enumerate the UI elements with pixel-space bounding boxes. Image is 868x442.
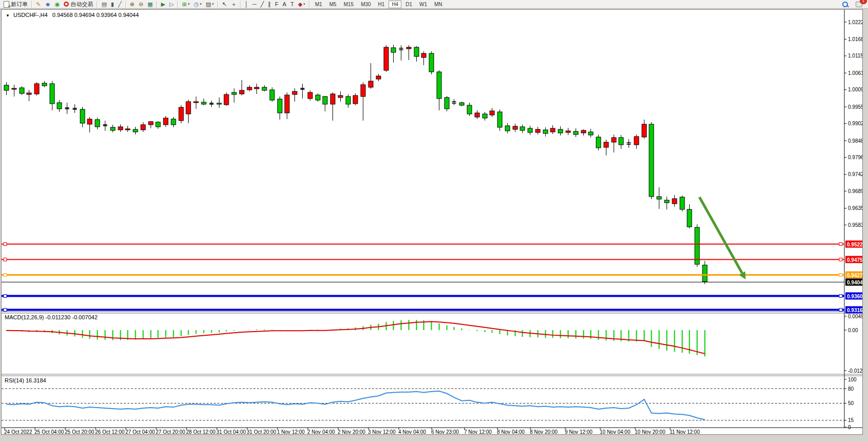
marker-pen-button[interactable]: ✎ <box>34 1 42 8</box>
indicators-dropdown-caret[interactable]: ▾ <box>188 2 190 6</box>
bar-chart-mode-button[interactable]: ▤ <box>100 1 108 8</box>
auto-scroll-button[interactable]: ▶ <box>159 1 167 8</box>
line-chart-mode-icon: ╱ <box>118 1 122 8</box>
timeframe-mn-button[interactable]: MN <box>431 1 446 8</box>
candle-body <box>262 87 267 90</box>
line-handle[interactable] <box>839 258 842 261</box>
bar-chart-mode-icon: ▤ <box>101 1 106 8</box>
candle-body <box>80 109 85 123</box>
time-tick-label: 7 Nov 12:00 <box>464 429 492 434</box>
toolbar-separator <box>31 1 32 8</box>
collapse-caret-icon[interactable]: ▼ <box>6 13 10 18</box>
text-label-tool-icon: T <box>290 1 294 8</box>
autotrading-label: 自动交易 <box>70 1 93 8</box>
line-handle[interactable] <box>839 295 842 298</box>
toolbar-separator <box>97 1 98 8</box>
signals-button[interactable]: ◉ <box>53 1 62 8</box>
candle-body <box>558 129 563 133</box>
candle-body <box>95 120 100 127</box>
tile-windows-button[interactable]: ▦ <box>146 1 154 8</box>
toolbar-separator <box>177 1 178 8</box>
chat-button[interactable]: 1 <box>854 1 864 8</box>
candle-body <box>308 92 312 99</box>
price-tick-label: 0.99550 <box>848 104 862 110</box>
candle-body <box>57 103 62 109</box>
line-handle[interactable] <box>839 309 842 312</box>
chart-shift-button[interactable]: ▷ <box>168 1 175 8</box>
line-handle[interactable] <box>839 243 842 246</box>
equidistant-channel-tool-icon: ∥ <box>268 1 271 8</box>
timeframe-m15-button[interactable]: M15 <box>341 1 357 8</box>
timeframe-d1-button[interactable]: D1 <box>402 1 415 8</box>
candlestick-mode-button[interactable]: ▮ <box>109 1 116 8</box>
macd-axis-label: -0.012 <box>848 368 862 374</box>
periods-menu-button[interactable]: ◷▾ <box>192 1 203 8</box>
vertical-line-tool-icon: │ <box>245 1 248 8</box>
timeframe-h1-button[interactable]: H1 <box>375 1 388 8</box>
candle-body <box>520 127 525 130</box>
new-order-button[interactable]: 新订单 <box>2 1 29 8</box>
time-tick-label: 1 Nov 12:00 <box>277 429 305 434</box>
price-tick-label: 1.01155 <box>848 53 862 59</box>
macd-indicator-label: MACD(12,26,9) -0.011230 -0.007042 <box>5 314 98 320</box>
line-handle[interactable] <box>839 274 842 277</box>
candle-body <box>163 118 168 125</box>
timeframe-m5-button[interactable]: M5 <box>326 1 340 8</box>
candle-body <box>42 83 47 86</box>
timeframe-m30-button[interactable]: M30 <box>358 1 374 8</box>
chart-shift-icon: ▷ <box>170 1 174 8</box>
line-handle[interactable] <box>4 309 7 312</box>
text-tool-button[interactable]: A <box>281 1 288 8</box>
chart-symbol-period: USDCHF-,H4 <box>13 12 48 18</box>
horizontal-line-tool-button[interactable]: ─ <box>251 1 258 8</box>
zoom-in-button[interactable]: ⊕ <box>128 1 136 8</box>
candle-body <box>254 87 259 89</box>
price-tick-label: 0.97420 <box>848 171 862 177</box>
contacts-button[interactable]: ☻ <box>43 1 52 8</box>
timeframe-w1-button[interactable]: W1 <box>416 1 430 8</box>
trendline-tool-button[interactable]: ╱ <box>259 1 266 8</box>
chart-title: ▼ USDCHF-,H4 0.94568 0.94694 0.93964 0.9… <box>6 12 139 18</box>
vertical-line-tool-button[interactable]: │ <box>243 1 250 8</box>
cursor-tool-button[interactable]: ↖ <box>220 1 228 8</box>
templates-dropdown-caret[interactable]: ▾ <box>212 2 214 6</box>
candle-body <box>437 72 441 99</box>
candle-body <box>566 131 570 132</box>
top-toolbar: 新订单✎☻◉自动交易▤▮╱⊕⊖▦▶▷⊞▾◷▾▨▾↖＋│─╱∥FAT◆▾M1M5M… <box>0 0 868 9</box>
search-button[interactable] <box>841 1 849 8</box>
price-tick-label: 1.00090 <box>848 87 862 92</box>
candle-body <box>429 53 434 72</box>
candle-body <box>483 114 487 118</box>
fibonacci-tool-button[interactable]: F <box>273 1 280 8</box>
timeframe-h4-button[interactable]: H4 <box>389 1 401 8</box>
chart-canvas[interactable]: 1.022201.016801.011551.006151.000900.995… <box>2 10 862 434</box>
candle-body <box>497 112 502 127</box>
price-tick-label: 0.95830 <box>848 222 862 228</box>
tile-windows-icon: ▦ <box>147 1 153 8</box>
line-handle[interactable] <box>4 295 7 298</box>
indicators-button[interactable]: ⊞▾ <box>180 1 191 8</box>
autotrading-button[interactable]: 自动交易 <box>62 1 95 8</box>
arrows-tool-dropdown-caret[interactable]: ▾ <box>303 2 305 6</box>
text-label-tool-button[interactable]: T <box>289 1 296 8</box>
candle-body <box>528 128 532 132</box>
time-tick-label: 10 Nov 20:00 <box>635 429 666 434</box>
templates-button[interactable]: ▨▾ <box>204 1 215 8</box>
price-tag-label: 0.94270 <box>847 273 862 278</box>
candle-body <box>34 84 39 94</box>
arrows-tool-button[interactable]: ◆▾ <box>297 1 307 8</box>
marker-pen-icon: ✎ <box>36 1 41 8</box>
line-chart-mode-button[interactable]: ╱ <box>117 1 123 8</box>
contacts-icon: ☻ <box>45 1 51 8</box>
crosshair-tool-button[interactable]: ＋ <box>229 1 238 8</box>
zoom-out-icon: ⊖ <box>139 1 143 8</box>
timeframe-m1-button[interactable]: M1 <box>312 1 325 8</box>
zoom-out-button[interactable]: ⊖ <box>137 1 145 8</box>
line-handle[interactable] <box>4 243 7 246</box>
time-tick-label: 27 Oct 04:00 <box>125 429 155 434</box>
periods-menu-dropdown-caret[interactable]: ▾ <box>200 2 202 6</box>
line-handle[interactable] <box>4 258 7 261</box>
equidistant-channel-tool-button[interactable]: ∥ <box>267 1 273 8</box>
candle-body <box>581 130 586 133</box>
line-handle[interactable] <box>4 274 7 277</box>
